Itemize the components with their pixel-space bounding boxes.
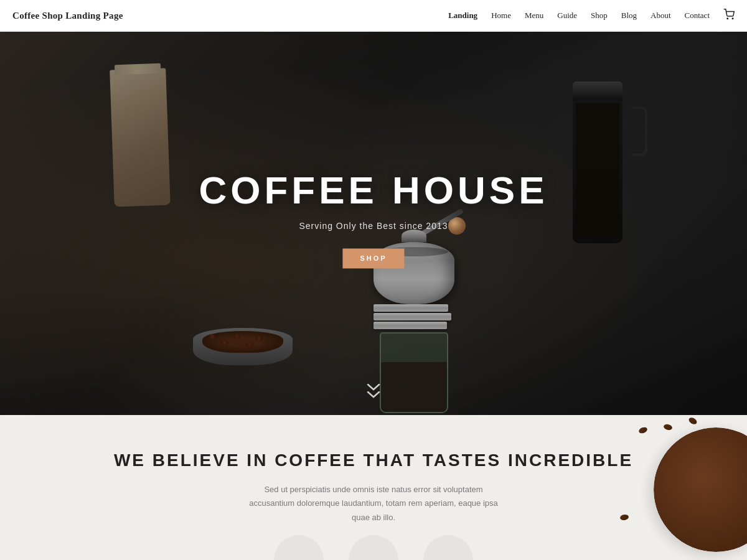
scattered-bean xyxy=(688,416,698,426)
nav: Landing Home Menu Guide Shop Blog About … xyxy=(448,9,735,22)
header: Coffee Shop Landing Page Landing Home Me… xyxy=(0,0,747,32)
circle-hint-3 xyxy=(423,535,473,560)
beans-plate-fill xyxy=(654,427,747,552)
french-press-body xyxy=(573,82,622,243)
nav-item-home[interactable]: Home xyxy=(491,11,511,21)
coffee-bag-decoration xyxy=(110,68,171,207)
nav-item-blog[interactable]: Blog xyxy=(621,11,637,21)
beans-fill xyxy=(202,331,283,353)
french-press-decoration xyxy=(573,82,635,256)
nav-item-about[interactable]: About xyxy=(651,11,671,21)
beans-bowl-decoration xyxy=(193,322,293,365)
svg-point-1 xyxy=(732,18,733,19)
hero-title: COFFEE HOUSE xyxy=(199,168,548,212)
scattered-bean xyxy=(663,423,673,431)
scroll-down-indicator[interactable] xyxy=(367,383,380,399)
about-title: WE BELIEVE IN COFFEE THAT TASTES INCREDI… xyxy=(114,449,633,472)
hero-subtitle: Serving Only the Best since 2013 xyxy=(199,221,548,231)
grinder-jar xyxy=(380,332,448,413)
nav-item-contact[interactable]: Contact xyxy=(685,11,710,21)
about-section: WE BELIEVE IN COFFEE THAT TASTES INCREDI… xyxy=(0,415,747,560)
hero-section: COFFEE HOUSE Serving Only the Best since… xyxy=(0,32,747,415)
nav-item-guide[interactable]: Guide xyxy=(557,11,577,21)
beans-image-decoration xyxy=(610,415,747,560)
circle-hint-1 xyxy=(274,535,324,560)
svg-point-0 xyxy=(727,18,728,19)
french-press-liquid xyxy=(576,103,619,237)
hero-content: COFFEE HOUSE Serving Only the Best since… xyxy=(199,168,548,268)
about-body: Sed ut perspiciatis unde omnis iste natu… xyxy=(243,483,504,524)
beans-plate xyxy=(654,427,747,552)
bottom-circles-decoration xyxy=(274,535,473,560)
cart-icon[interactable] xyxy=(723,9,735,22)
nav-item-landing[interactable]: Landing xyxy=(448,11,477,21)
circle-hint-2 xyxy=(349,535,398,560)
grinder-rings xyxy=(374,304,454,330)
french-press-handle xyxy=(632,106,647,156)
scattered-bean xyxy=(619,514,629,521)
nav-item-shop[interactable]: Shop xyxy=(591,11,608,21)
shop-button[interactable]: SHOP xyxy=(342,248,404,268)
site-title: Coffee Shop Landing Page xyxy=(12,11,123,21)
nav-item-menu[interactable]: Menu xyxy=(525,11,543,21)
scattered-bean xyxy=(638,426,648,434)
